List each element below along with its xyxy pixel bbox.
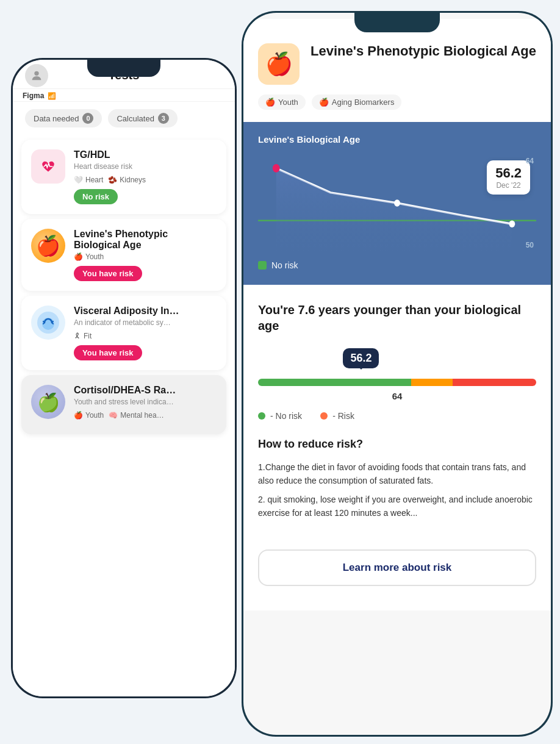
chart-title: Levine's Biological Age xyxy=(258,134,536,145)
svg-point-8 xyxy=(509,221,515,227)
levines-risk-badge: You have risk xyxy=(74,266,142,281)
chart-y-labels: 64 50 xyxy=(526,154,534,252)
svg-point-0 xyxy=(34,71,38,75)
visceral-info: Visceral Adiposity In… An indicator of m… xyxy=(74,306,217,360)
visceral-desc: An indicator of metabolic sy… xyxy=(74,318,217,327)
tooltip-value: 56.2 xyxy=(495,165,522,181)
reduce-title: How to reduce risk? xyxy=(258,438,536,451)
cortisol-name: Cortisol/DHEA-S Ra… xyxy=(74,385,217,396)
tg-hdl-info: TG/HDL Heart disease risk 🤍 Heart 🫘 Kidn… xyxy=(74,149,217,204)
youth-tag-icon: 🍎 xyxy=(265,98,275,107)
tg-hdl-name: TG/HDL xyxy=(74,149,217,160)
figma-label: Figma xyxy=(23,91,44,100)
legend-no-risk: - No risk xyxy=(258,411,302,421)
bar-red xyxy=(453,379,536,386)
cortisol-tags: 🍎 Youth 🧠 Mental hea… xyxy=(74,411,217,420)
tag-youth-levines-label: Youth xyxy=(85,252,104,261)
tag-youth-levines: 🍎 Youth xyxy=(74,252,104,261)
filter-data-needed[interactable]: Data needed 0 xyxy=(25,109,102,127)
left-notch xyxy=(87,60,160,77)
visceral-icon xyxy=(31,306,65,340)
age-bubble: 56.2 xyxy=(343,348,379,368)
svg-point-6 xyxy=(273,164,280,173)
filter-calculated-label: Calculated xyxy=(117,114,154,123)
tg-hdl-risk-badge: No risk xyxy=(74,189,118,204)
cortisol-desc: Youth and stress level indica… xyxy=(74,398,217,406)
legend-row: - No risk - Risk xyxy=(258,411,536,421)
svg-point-7 xyxy=(394,199,400,206)
filter-data-needed-count: 0 xyxy=(82,113,93,124)
y-label-50: 50 xyxy=(526,241,534,249)
wifi-icon: 📶 xyxy=(48,92,56,100)
right-notch xyxy=(354,13,440,32)
card-visceral[interactable]: Visceral Adiposity In… An indicator of m… xyxy=(21,296,226,370)
card-levines[interactable]: 🍎 Levine's Phenotypic Biological Age 🍎 Y… xyxy=(21,219,226,291)
levines-tags: 🍎 Youth xyxy=(74,252,217,261)
right-phone: 🍎 Levine's Phenotypic Biological Age 🍎 Y… xyxy=(242,11,553,737)
cortisol-icon: 🍏 xyxy=(31,385,65,419)
learn-more-section: Learn more about risk xyxy=(243,537,551,610)
tooltip-date: Dec '22 xyxy=(495,181,522,190)
right-top-section: 🍎 Levine's Phenotypic Biological Age 🍎 Y… xyxy=(243,19,551,122)
tag-youth-cortisol: 🍎 Youth xyxy=(74,411,104,420)
legend-dot-green xyxy=(258,412,265,420)
no-risk-label: No risk xyxy=(271,260,298,270)
chart-tooltip: 56.2 Dec '22 xyxy=(487,160,530,195)
visceral-risk-badge: You have risk xyxy=(74,345,142,360)
tag-fit-label: Fit xyxy=(84,332,92,340)
right-title: Levine's Phenotypic Biological Age xyxy=(311,43,536,59)
visceral-name: Visceral Adiposity In… xyxy=(74,306,217,317)
chart-area: 56.2 Dec '22 64 50 xyxy=(258,154,536,252)
right-scroll[interactable]: 🍎 Levine's Phenotypic Biological Age 🍎 Y… xyxy=(243,13,551,735)
reduce-section: How to reduce risk? 1.Change the diet in… xyxy=(258,438,536,520)
left-phone: Tests Figma 📶 Data needed 0 Calculated 3 xyxy=(11,58,237,698)
bar-green xyxy=(258,379,411,386)
legend-risk-label: - Risk xyxy=(332,411,354,421)
chart-section: Levine's Biological Age xyxy=(243,122,551,285)
right-header-row: 🍎 Levine's Phenotypic Biological Age xyxy=(258,43,536,85)
content-section: You're 7.6 years younger than your biolo… xyxy=(243,285,551,537)
tag-mental-label: Mental hea… xyxy=(120,411,163,420)
filter-calculated-count: 3 xyxy=(158,113,169,124)
tag-aging-biomarkers[interactable]: 🍎 Aging Biomarkers xyxy=(312,95,402,110)
tg-hdl-icon xyxy=(31,149,65,184)
main-headline: You're 7.6 years younger than your biolo… xyxy=(258,302,536,334)
right-tags: 🍎 Youth 🍎 Aging Biomarkers xyxy=(258,95,536,110)
levines-name: Levine's Phenotypic Biological Age xyxy=(74,229,217,251)
tag-kidneys-label: Kidneys xyxy=(120,176,146,184)
card-cortisol[interactable]: 🍏 Cortisol/DHEA-S Ra… Youth and stress l… xyxy=(21,375,226,434)
aging-tag-icon: 🍎 xyxy=(319,98,329,107)
svg-marker-5 xyxy=(276,168,512,252)
levines-icon: 🍎 xyxy=(31,229,65,263)
legend-no-risk-label: - No risk xyxy=(270,411,302,421)
cortisol-info: Cortisol/DHEA-S Ra… Youth and stress lev… xyxy=(74,385,217,424)
chronological-age: 64 xyxy=(258,391,536,401)
tag-youth-right[interactable]: 🍎 Youth xyxy=(258,95,306,110)
bar-orange xyxy=(411,379,453,386)
tg-hdl-tags: 🤍 Heart 🫘 Kidneys xyxy=(74,176,217,184)
legend-dot-orange xyxy=(320,412,328,420)
tg-hdl-desc: Heart disease risk xyxy=(74,162,217,171)
right-title-block: Levine's Phenotypic Biological Age xyxy=(311,43,536,59)
filter-row: Data needed 0 Calculated 3 xyxy=(13,102,235,135)
avatar[interactable] xyxy=(25,64,48,87)
tag-mental: 🧠 Mental hea… xyxy=(109,411,163,420)
tag-youth-cortisol-label: Youth xyxy=(85,411,104,420)
y-label-64: 64 xyxy=(526,157,534,165)
tag-heart-label: Heart xyxy=(85,176,103,184)
age-bar xyxy=(258,379,536,386)
filter-data-needed-label: Data needed xyxy=(34,114,79,123)
right-app-icon: 🍎 xyxy=(258,43,300,85)
tag-kidneys: 🫘 Kidneys xyxy=(108,176,146,184)
age-indicator: 56.2 64 xyxy=(258,348,536,401)
legend-risk: - Risk xyxy=(320,411,354,421)
card-tg-hdl[interactable]: TG/HDL Heart disease risk 🤍 Heart 🫘 Kidn… xyxy=(21,140,226,214)
aging-tag-label: Aging Biomarkers xyxy=(332,98,395,107)
reduce-text-1: 1.Change the diet in favor of avoiding f… xyxy=(258,460,536,488)
no-risk-row: No risk xyxy=(258,260,536,270)
learn-more-button[interactable]: Learn more about risk xyxy=(258,549,536,586)
youth-tag-label: Youth xyxy=(278,98,298,107)
no-risk-dot xyxy=(258,261,267,270)
filter-calculated[interactable]: Calculated 3 xyxy=(108,109,177,127)
levines-info: Levine's Phenotypic Biological Age 🍎 You… xyxy=(74,229,217,281)
